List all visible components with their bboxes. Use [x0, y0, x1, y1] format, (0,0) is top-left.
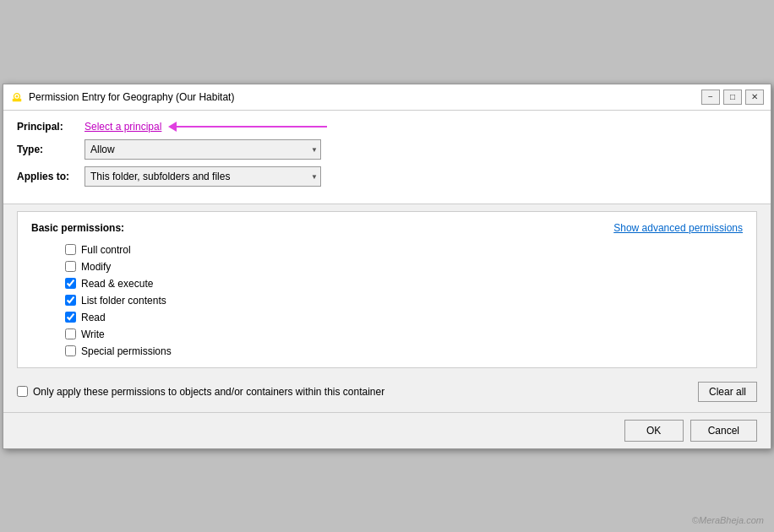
principal-section: Principal: Select a principal Type: Allo… — [3, 111, 771, 204]
basic-permissions-title: Basic permissions: — [31, 222, 124, 234]
perm-list-folder-checkbox[interactable] — [65, 295, 76, 306]
perm-list-folder[interactable]: List folder contents — [65, 295, 743, 307]
svg-point-2 — [16, 95, 19, 97]
perm-modify-label: Modify — [81, 261, 111, 273]
perm-read-checkbox[interactable] — [65, 312, 76, 323]
perm-full-control-label: Full control — [81, 244, 131, 256]
permission-entry-dialog: Permission Entry for Geography (Our Habi… — [3, 84, 771, 449]
type-select[interactable]: Allow Deny — [84, 139, 321, 160]
cancel-button[interactable]: Cancel — [690, 420, 757, 442]
applies-to-row: Applies to: This folder, subfolders and … — [17, 166, 757, 187]
perm-read-label: Read — [81, 312, 106, 323]
applies-to-select-wrapper: This folder, subfolders and files This f… — [84, 166, 321, 187]
principal-label: Principal: — [17, 121, 84, 133]
perm-read[interactable]: Read — [65, 312, 743, 323]
clear-all-button[interactable]: Clear all — [698, 382, 757, 402]
only-apply-label: Only apply these permissions to objects … — [33, 386, 384, 398]
perm-modify[interactable]: Modify — [65, 261, 743, 273]
type-row: Type: Allow Deny ▼ — [17, 139, 757, 160]
perm-full-control-checkbox[interactable] — [65, 244, 76, 255]
minimize-button[interactable]: − — [701, 90, 720, 105]
perm-read-execute-label: Read & execute — [81, 278, 153, 290]
watermark: ©MeraBheja.com — [692, 515, 764, 525]
perm-list-folder-label: List folder contents — [81, 295, 166, 307]
show-advanced-link[interactable]: Show advanced permissions — [613, 222, 743, 234]
permissions-section: Basic permissions: Show advanced permiss… — [17, 211, 757, 368]
select-principal-link[interactable]: Select a principal — [84, 121, 161, 133]
perm-full-control[interactable]: Full control — [65, 244, 743, 256]
applies-to-label: Applies to: — [17, 171, 84, 182]
perm-read-execute-checkbox[interactable] — [65, 278, 76, 289]
footer-area: Only apply these permissions to objects … — [3, 375, 771, 412]
perm-special[interactable]: Special permissions — [65, 345, 743, 357]
perm-write-checkbox[interactable] — [65, 328, 76, 339]
window-controls: − □ ✕ — [701, 90, 764, 105]
principal-row: Principal: Select a principal — [17, 121, 757, 133]
dialog-title: Permission Entry for Geography (Our Habi… — [29, 91, 701, 103]
dialog-icon — [10, 90, 24, 104]
arrow-line — [175, 126, 327, 128]
perm-write-label: Write — [81, 328, 105, 340]
perm-read-execute[interactable]: Read & execute — [65, 278, 743, 290]
perm-special-checkbox[interactable] — [65, 345, 76, 356]
ok-button[interactable]: OK — [624, 420, 684, 442]
maximize-button[interactable]: □ — [723, 90, 742, 105]
only-apply-checkbox[interactable] — [17, 386, 28, 397]
applies-to-select[interactable]: This folder, subfolders and files This f… — [84, 166, 321, 187]
only-apply-container[interactable]: Only apply these permissions to objects … — [17, 386, 384, 398]
permissions-list: Full control Modify Read & execute List … — [65, 244, 743, 357]
type-label: Type: — [17, 144, 84, 155]
perm-special-label: Special permissions — [81, 345, 172, 357]
arrow-annotation — [168, 122, 327, 132]
perm-modify-checkbox[interactable] — [65, 261, 76, 272]
dialog-buttons: OK Cancel — [3, 412, 771, 448]
close-button[interactable]: ✕ — [745, 90, 764, 105]
section-header: Basic permissions: Show advanced permiss… — [31, 222, 743, 234]
perm-write[interactable]: Write — [65, 328, 743, 340]
type-select-wrapper: Allow Deny ▼ — [84, 139, 321, 160]
title-bar: Permission Entry for Geography (Our Habi… — [3, 84, 771, 111]
